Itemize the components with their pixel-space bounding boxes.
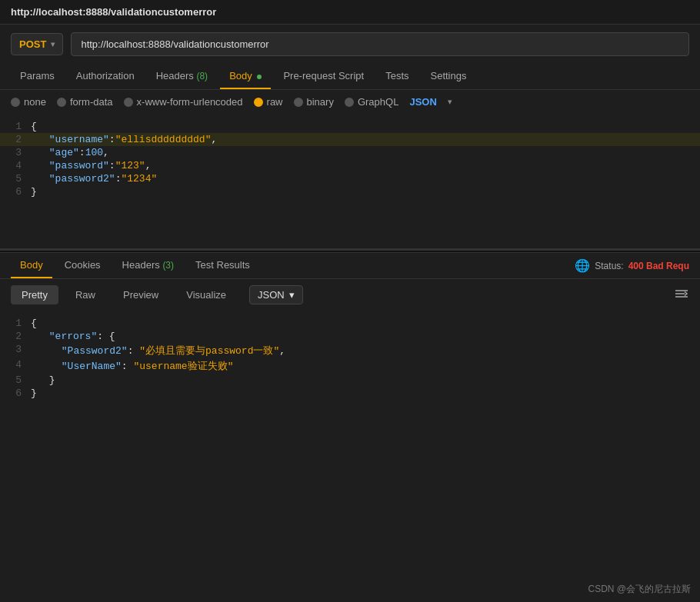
json-type-label[interactable]: JSON	[409, 96, 436, 108]
response-status-area: 🌐 Status: 400 Bad Requ	[575, 258, 689, 273]
radio-circle-raw	[254, 98, 263, 107]
tab-authorization[interactable]: Authorization	[67, 64, 144, 89]
url-input[interactable]: http://localhost:8888/validationcustomer…	[71, 32, 689, 56]
radio-circle-urlencoded	[124, 98, 133, 107]
response-line-3: 3 "Password2": "必填且需要与password一致",	[0, 343, 700, 358]
headers-badge: (8)	[196, 71, 208, 81]
wrap-toggle-icon[interactable]	[674, 288, 689, 303]
radio-circle-graphql	[345, 98, 354, 107]
method-label: POST	[19, 38, 46, 50]
response-line-2: 2 "errors": {	[0, 330, 700, 343]
radio-binary[interactable]: binary	[294, 96, 334, 108]
method-dropdown[interactable]: POST ▾	[11, 33, 63, 55]
title-url: http://localhost:8888/validationcustomer…	[11, 6, 216, 18]
radio-circle-form-data	[57, 98, 66, 107]
method-arrow: ▾	[51, 40, 55, 48]
body-type-row: none form-data x-www-form-urlencoded raw…	[0, 90, 700, 114]
response-headers-badge: (3)	[162, 260, 174, 271]
radio-circle-none	[11, 98, 20, 107]
status-label: Status:	[595, 261, 623, 271]
status-value: 400 Bad Requ	[628, 261, 689, 271]
tab-test-results[interactable]: Test Results	[186, 253, 259, 278]
radio-raw[interactable]: raw	[254, 96, 283, 108]
request-code-editor: 1 { 2 "username":"ellisddddddddd", 3 "ag…	[0, 114, 700, 248]
response-json-label: JSON	[258, 289, 285, 301]
request-line-4: 4 "password":"123",	[0, 159, 700, 172]
tab-cookies[interactable]: Cookies	[55, 253, 110, 278]
request-line-3: 3 "age":100,	[0, 146, 700, 159]
response-line-6: 6 }	[0, 387, 700, 400]
view-tab-preview[interactable]: Preview	[112, 285, 169, 304]
tab-tests[interactable]: Tests	[376, 64, 418, 89]
request-line-5: 5 "password2":"1234"	[0, 172, 700, 185]
title-bar: http://localhost:8888/validationcustomer…	[0, 0, 700, 25]
radio-none[interactable]: none	[11, 96, 46, 108]
dropdown-arrow-icon: ▾	[289, 289, 295, 301]
response-line-5: 5 }	[0, 374, 700, 387]
tab-params[interactable]: Params	[11, 64, 64, 89]
view-tab-raw[interactable]: Raw	[65, 285, 106, 304]
request-line-1: 1 {	[0, 120, 700, 133]
tab-body[interactable]: Body	[220, 64, 271, 89]
radio-urlencoded[interactable]: x-www-form-urlencoded	[124, 96, 243, 108]
radio-graphql[interactable]: GraphQL	[345, 96, 398, 108]
bottom-panel: Body Cookies Headers (3) Test Results 🌐 …	[0, 253, 700, 406]
response-nav-tabs: Body Cookies Headers (3) Test Results 🌐 …	[0, 253, 700, 279]
response-code-editor: 1 { 2 "errors": { 3 "Password2": "必填且需要与…	[0, 311, 700, 406]
view-tab-visualize[interactable]: Visualize	[175, 285, 237, 304]
tab-settings[interactable]: Settings	[422, 64, 476, 89]
top-panel: POST ▾ http://localhost:8888/validationc…	[0, 25, 700, 250]
body-dot	[257, 75, 262, 79]
request-nav-tabs: Params Authorization Headers (8) Body Pr…	[0, 64, 700, 90]
tab-headers[interactable]: Headers (8)	[147, 64, 217, 89]
json-dropdown-arrow[interactable]: ▾	[448, 97, 452, 107]
url-bar: POST ▾ http://localhost:8888/validationc…	[0, 25, 700, 64]
tab-response-body[interactable]: Body	[11, 253, 52, 278]
tab-response-headers[interactable]: Headers (3)	[113, 253, 183, 278]
tab-pre-request[interactable]: Pre-request Script	[274, 64, 373, 89]
view-tab-pretty[interactable]: Pretty	[11, 285, 58, 304]
globe-icon: 🌐	[575, 258, 590, 273]
watermark: CSDN @会飞的尼古拉斯	[588, 583, 691, 596]
radio-form-data[interactable]: form-data	[57, 96, 113, 108]
response-json-dropdown[interactable]: JSON ▾	[249, 285, 303, 304]
radio-circle-binary	[294, 98, 303, 107]
response-line-4: 4 "UserName": "username验证失败"	[0, 358, 700, 374]
view-tabs-row: Pretty Raw Preview Visualize JSON ▾	[0, 279, 700, 311]
response-line-1: 1 {	[0, 317, 700, 330]
request-line-2: 2 "username":"ellisddddddddd",	[0, 133, 700, 146]
request-line-6: 6 }	[0, 185, 700, 198]
